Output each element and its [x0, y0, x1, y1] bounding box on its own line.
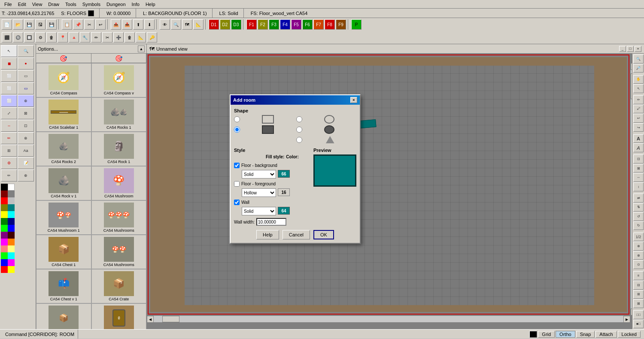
tb-d1[interactable]: D1: [209, 19, 219, 30]
tb2-8[interactable]: 🔧: [80, 32, 90, 42]
tb-export2[interactable]: ⬆: [133, 19, 143, 30]
floor-bg-fill-select[interactable]: Solid Hollow: [242, 170, 276, 179]
lt-t10[interactable]: ⊡: [18, 120, 34, 132]
rt-c4[interactable]: ⊙: [633, 260, 644, 269]
floor-fg-color-btn[interactable]: 16: [278, 188, 290, 196]
rt-zoom-in[interactable]: 🔍: [633, 54, 644, 64]
wall-checkbox[interactable]: [234, 200, 240, 205]
rt-e1[interactable]: □□: [633, 310, 644, 319]
swatch-red2[interactable]: [1, 197, 8, 204]
asset-mushrooms[interactable]: 🍄🍄🍄 CA54 Mushrooms: [91, 200, 147, 235]
lt-t13[interactable]: ⊞: [1, 145, 17, 157]
swatch-navy[interactable]: [8, 218, 15, 225]
lt-select[interactable]: ↖: [1, 45, 17, 57]
tb-f3[interactable]: F3: [269, 19, 279, 30]
tb-save3[interactable]: 💾: [46, 19, 57, 30]
tb2-2[interactable]: 🔘: [13, 32, 23, 42]
lt-t17[interactable]: ✏: [1, 170, 17, 182]
lt-t7[interactable]: ⤢: [1, 107, 17, 119]
lt-circle[interactable]: ●: [18, 58, 34, 70]
asset-panel-scroll[interactable]: ▲: [138, 45, 145, 52]
rt-pan[interactable]: ✋: [633, 75, 644, 84]
tb-f1[interactable]: F1: [246, 19, 257, 30]
lt-t15[interactable]: ⚙: [1, 157, 17, 169]
swatch-aqua[interactable]: [8, 211, 15, 218]
floor-bg-checkbox[interactable]: [234, 163, 240, 168]
rt-b2[interactable]: ⇅: [633, 203, 644, 212]
rt-draw1[interactable]: ✏: [633, 95, 644, 104]
swatch-custom2[interactable]: [8, 245, 15, 252]
asset-rocks2[interactable]: 🪨 CA54 Rocks 2: [36, 132, 91, 166]
asset-cratev[interactable]: 📦 CA54 Crate v: [36, 303, 91, 329]
view-max[interactable]: □: [627, 46, 634, 52]
lt-t2[interactable]: ▭: [18, 70, 34, 82]
swatch-fuchsia[interactable]: [1, 239, 8, 245]
tb-view4[interactable]: 📐: [193, 19, 204, 30]
rt-c2[interactable]: ⊕: [633, 242, 644, 251]
wall-color-btn[interactable]: 64: [278, 207, 290, 215]
swatch-teal[interactable]: [8, 204, 15, 211]
asset-barrel[interactable]: 🛢 CA54 Barrel: [91, 303, 147, 329]
tb2-6[interactable]: 📍: [58, 32, 68, 42]
rt-d1[interactable]: ≡: [633, 271, 644, 280]
swatch-custom3[interactable]: [1, 252, 8, 259]
menu-help[interactable]: Help: [143, 1, 158, 8]
lt-t12[interactable]: ⊗: [18, 132, 34, 144]
rt-zoom-out[interactable]: 🔎: [633, 64, 644, 73]
rt-e2[interactable]: ■□: [633, 320, 644, 329]
lt-t18[interactable]: ⊕: [18, 170, 34, 182]
shape-radio-hollow-rect[interactable]: [234, 116, 240, 122]
tb2-3[interactable]: 🔲: [24, 32, 34, 42]
shape-radio-filled-rect[interactable]: [234, 127, 240, 133]
lt-polygon[interactable]: ◼: [1, 58, 17, 70]
rt-c3[interactable]: ⊗: [633, 251, 644, 260]
rt-a4[interactable]: ↕: [633, 182, 644, 191]
tb-f7[interactable]: F7: [313, 19, 324, 30]
swatch-custom7[interactable]: [1, 266, 8, 273]
tb-save[interactable]: 💾: [24, 19, 34, 30]
lt-t1[interactable]: ⬜: [1, 70, 17, 82]
tb2-4[interactable]: ⚙: [35, 32, 46, 42]
tb-save2[interactable]: 🖫: [35, 19, 46, 30]
asset-rockv1[interactable]: 🪨 CA54 Rock v 1: [36, 166, 91, 200]
swatch-custom6[interactable]: [8, 259, 15, 266]
tb-ph1[interactable]: P: [351, 19, 361, 30]
asset-rock1[interactable]: 🗿 CA54 Rock 1: [91, 132, 147, 166]
swatch-black[interactable]: [1, 184, 8, 191]
horizontal-scrollbar[interactable]: ◀ ▶: [147, 315, 630, 322]
tb-view2[interactable]: 🔍: [171, 19, 181, 30]
lt-t6[interactable]: ⊕: [18, 95, 34, 107]
lt-t14[interactable]: Aa: [18, 145, 34, 157]
asset-scalebar[interactable]: ════ CA54 Scalebar 1: [36, 97, 91, 132]
swatch-red1[interactable]: [1, 191, 8, 197]
tb-copy[interactable]: 📋: [62, 19, 72, 30]
swatch-silver[interactable]: [8, 197, 15, 204]
rt-text2[interactable]: A: [633, 143, 644, 152]
asset-rocks1[interactable]: 🪨🪨 CA54 Rocks 1: [91, 97, 147, 132]
menu-view[interactable]: View: [30, 1, 45, 8]
tb2-10[interactable]: ✂: [102, 32, 112, 42]
tb-export[interactable]: 📤: [111, 19, 121, 30]
menu-edit[interactable]: Edit: [15, 1, 29, 8]
swatch-blue[interactable]: [8, 225, 15, 232]
swatch-purple1[interactable]: [1, 232, 8, 239]
lt-zoom[interactable]: 🔍: [18, 45, 34, 57]
rt-select2[interactable]: ↖: [633, 84, 644, 93]
wall-width-input[interactable]: [256, 218, 286, 226]
floor-fg-checkbox[interactable]: [234, 181, 240, 187]
swatch-lime[interactable]: [1, 225, 8, 232]
rt-text[interactable]: A: [633, 134, 644, 143]
rt-draw4[interactable]: ↪: [633, 123, 644, 132]
tb2-1[interactable]: ⬛: [2, 32, 12, 42]
btn-ok[interactable]: OK: [313, 230, 334, 239]
lt-t8[interactable]: ⊠: [18, 107, 34, 119]
tb-import2[interactable]: ⬇: [144, 19, 155, 30]
swatch-custom1[interactable]: [1, 245, 8, 252]
dialog-close-button[interactable]: ×: [350, 97, 357, 103]
tb-f8[interactable]: F8: [325, 19, 335, 30]
tb-paste[interactable]: 📌: [73, 19, 83, 30]
view-close[interactable]: ×: [635, 46, 641, 52]
tb-f9[interactable]: F9: [336, 19, 346, 30]
wall-fill-select[interactable]: Solid Hollow: [242, 207, 276, 215]
swatch-olive[interactable]: [1, 204, 8, 211]
